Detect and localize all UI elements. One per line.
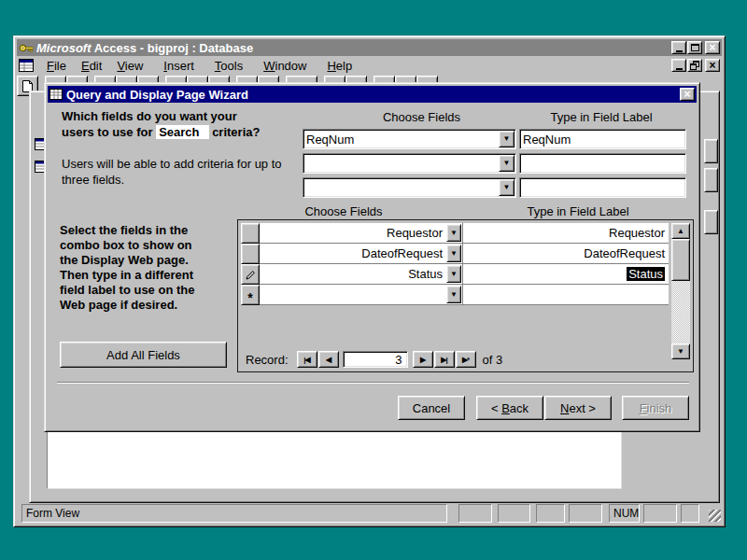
cancel-button[interactable]: Cancel <box>398 396 465 420</box>
grid-combo-cell[interactable]: ▼ <box>260 285 463 305</box>
key-icon <box>19 41 34 55</box>
row-selector-editing[interactable] <box>241 264 260 285</box>
menu-tools[interactable]: Tools <box>207 57 250 75</box>
mdi-child-icon[interactable] <box>19 59 34 72</box>
new-record-nav-icon: ▶* <box>462 356 469 364</box>
next-record-icon: ▶ <box>420 356 425 364</box>
dropdown-arrow-icon[interactable]: ▼ <box>446 224 461 242</box>
form-wizard-icon <box>49 89 63 100</box>
vertical-scrollbar[interactable]: ▲ ▼ <box>671 223 690 359</box>
first-record-button[interactable]: |◀ <box>297 351 317 368</box>
grid-combo-cell[interactable]: DateofRequest▼ <box>260 244 463 264</box>
criteria-label-input-1[interactable]: ReqNum <box>519 129 686 149</box>
next-record-button[interactable]: ▶ <box>413 351 433 368</box>
row-selector[interactable] <box>241 244 260 264</box>
grid-label-cell[interactable]: DateofRequest <box>463 244 669 264</box>
table-row-current: Status▼ Status <box>241 264 669 285</box>
dropdown-arrow-icon[interactable]: ▼ <box>499 179 514 196</box>
scroll-up-button[interactable]: ▲ <box>671 223 690 239</box>
form-edge-button <box>704 139 718 163</box>
status-panel <box>681 504 699 523</box>
search-highlight: Search <box>156 125 208 139</box>
status-num-lock: NUM <box>609 504 640 523</box>
title-rest: Access - bigproj : Database <box>92 41 254 55</box>
table-row-new: * ▼ <box>241 285 669 305</box>
next-button[interactable]: Next > <box>544 396 612 420</box>
mdi-minimize-icon <box>676 68 683 70</box>
back-button[interactable]: < Back <box>476 396 543 420</box>
display-instructions: Select the fields in the combo box to sh… <box>60 223 194 313</box>
menu-view[interactable]: View <box>109 57 150 75</box>
minimize-icon <box>676 50 683 52</box>
mdi-close-button[interactable]: × <box>705 59 720 72</box>
fields-datasheet: Requestor▼ Requestor DateofRequest▼ Date… <box>237 219 694 372</box>
mdi-restore-button[interactable] <box>687 59 702 72</box>
maximize-icon <box>691 44 699 51</box>
main-window-title: Microsoft Access - bigproj : Database <box>36 41 253 55</box>
criteria-label-input-3[interactable] <box>519 177 686 198</box>
row-selector[interactable] <box>241 223 260 244</box>
finish-button: Finish <box>622 396 689 420</box>
menu-window[interactable]: Window <box>256 57 314 75</box>
criteria-combo-3[interactable]: ▼ <box>303 177 516 198</box>
main-titlebar: Microsoft Access - bigproj : Database × <box>17 39 722 56</box>
wizard-dialog: Query and Display Page Wizard × Which fi… <box>44 82 700 432</box>
close-button[interactable]: × <box>705 41 720 54</box>
menu-insert[interactable]: Insert <box>156 57 202 75</box>
dropdown-arrow-icon[interactable]: ▼ <box>499 131 514 147</box>
menu-edit[interactable]: Edit <box>74 57 109 75</box>
dropdown-arrow-icon[interactable]: ▼ <box>446 245 461 262</box>
dialog-title: Query and Display Page Wizard <box>66 88 248 102</box>
table-row: Requestor▼ Requestor <box>241 223 669 244</box>
form-edge-button <box>704 168 718 192</box>
status-panel <box>536 504 565 523</box>
menu-help[interactable]: Help <box>319 57 359 75</box>
new-record-button[interactable]: ▶* <box>456 351 476 368</box>
last-record-icon: ▶| <box>441 356 446 364</box>
resize-grip[interactable] <box>709 510 721 522</box>
dropdown-arrow-icon[interactable]: ▼ <box>446 286 461 303</box>
choose-fields-header-grid: Choose Fields <box>237 204 450 218</box>
grid-label-cell[interactable] <box>463 285 669 305</box>
criteria-combo-1[interactable]: ReqNum ▼ <box>303 129 516 149</box>
grid-combo-cell[interactable]: Status▼ <box>260 264 463 285</box>
status-panel <box>498 504 530 523</box>
grid-label-cell[interactable]: Requestor <box>463 223 669 244</box>
scroll-down-button[interactable]: ▼ <box>671 343 690 359</box>
last-record-button[interactable]: ▶| <box>434 351 455 368</box>
form-edge-button <box>704 210 718 234</box>
scroll-up-icon: ▲ <box>677 228 684 235</box>
separator <box>57 382 689 384</box>
scrollbar-thumb[interactable] <box>671 239 690 281</box>
grid-combo-cell[interactable]: Requestor▼ <box>260 223 463 244</box>
menu-file[interactable]: File <box>39 57 74 75</box>
field-label-header-top: Type in Field Label <box>495 110 708 124</box>
row-selector-new[interactable]: * <box>241 285 260 305</box>
criteria-label-input-2[interactable] <box>519 153 686 174</box>
status-panel <box>569 504 602 523</box>
table-row: DateofRequest▼ DateofRequest <box>241 244 669 264</box>
search-prompt-line2: users to use for Search criteria? <box>62 124 260 140</box>
statusbar: Form View NUM <box>18 504 721 523</box>
previous-record-icon: ◀ <box>326 356 331 364</box>
record-number-input[interactable]: 3 <box>343 351 408 368</box>
minimize-button[interactable] <box>671 41 686 54</box>
mdi-minimize-button[interactable] <box>671 59 686 72</box>
record-count-label: of 3 <box>483 353 503 367</box>
dialog-close-button[interactable]: × <box>680 88 695 101</box>
grid-label-cell-selected[interactable]: Status <box>463 264 669 285</box>
mdi-close-icon: × <box>709 61 715 70</box>
mdi-restore-icon <box>690 61 699 70</box>
record-navigator: Record: |◀ ◀ 3 ▶ ▶| ▶* of 3 <box>246 351 502 368</box>
title-brand: Microsoft <box>36 41 92 55</box>
dropdown-arrow-icon[interactable]: ▼ <box>446 265 461 283</box>
dropdown-arrow-icon[interactable]: ▼ <box>499 155 514 172</box>
maximize-button[interactable] <box>687 41 702 54</box>
criteria-note: Users will be able to add criteria for u… <box>62 156 282 188</box>
criteria-combo-2[interactable]: ▼ <box>303 153 516 174</box>
dialog-titlebar: Query and Display Page Wizard × <box>48 86 697 103</box>
add-all-fields-button[interactable]: Add All Fields <box>60 342 227 368</box>
close-icon: × <box>709 43 715 52</box>
previous-record-button[interactable]: ◀ <box>318 351 339 368</box>
status-panel <box>458 504 492 523</box>
